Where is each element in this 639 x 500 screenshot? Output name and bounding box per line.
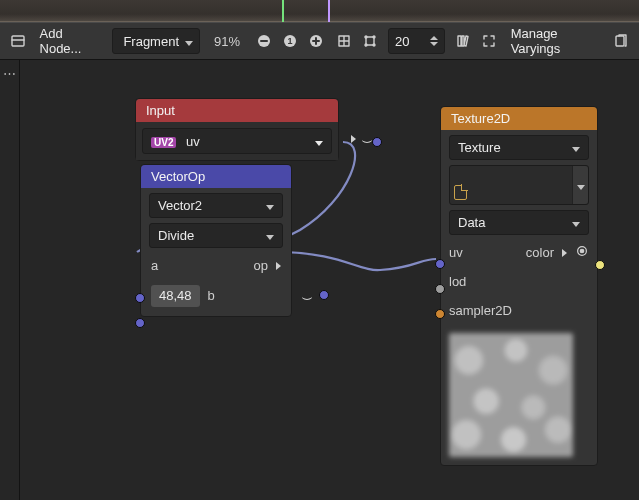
preview-toggle-icon[interactable] — [300, 291, 314, 300]
output-port-uv[interactable] — [372, 137, 382, 147]
grid-toggle-button[interactable] — [334, 31, 354, 51]
chevron-down-icon — [572, 140, 580, 155]
svg-point-11 — [580, 249, 584, 253]
output-port-color[interactable] — [595, 260, 605, 270]
chevron-down-icon — [572, 215, 580, 230]
sampler-type-dropdown[interactable]: Data — [449, 210, 589, 235]
port-b-value-field[interactable]: 48,48 — [151, 285, 200, 307]
node-vector-op[interactable]: VectorOp Vector2 Divide a op 48,48 b — [140, 164, 292, 317]
add-node-button[interactable]: Add Node... — [36, 26, 105, 56]
chevron-down-icon — [266, 228, 274, 243]
node-texture2d[interactable]: Texture2D Texture Data uv color — [440, 106, 598, 466]
snap-toggle-button[interactable] — [360, 31, 380, 51]
vector-op-dropdown[interactable]: Divide — [149, 223, 283, 248]
chevron-down-icon — [266, 198, 274, 213]
texture-slot-dropdown[interactable]: Texture — [449, 135, 589, 160]
preview-eye-icon[interactable] — [575, 244, 589, 261]
uv-type-badge: UV2 — [151, 137, 176, 148]
texture-resource-picker[interactable] — [449, 165, 589, 205]
zoom-out-button[interactable] — [254, 31, 274, 51]
dock-ellipsis-icon[interactable]: ⋯ — [3, 66, 16, 81]
port-lod-label: lod — [449, 274, 466, 289]
input-param-name: uv — [186, 134, 200, 149]
sampler-type-label: Data — [458, 215, 485, 230]
node-title: Texture2D — [441, 107, 597, 130]
input-param-dropdown[interactable]: UV2 uv — [142, 128, 332, 154]
svg-text:1: 1 — [288, 36, 293, 46]
grid-size-field[interactable]: 20 — [388, 28, 445, 54]
node-graph-canvas[interactable]: Input UV2 uv VectorOp Vector2 Divid — [20, 60, 639, 500]
view-button-group — [453, 31, 499, 51]
stepper-icon — [430, 36, 438, 46]
vector-type-value: Vector2 — [158, 198, 202, 213]
vector-op-value: Divide — [158, 228, 194, 243]
port-uv-label: uv — [449, 245, 463, 260]
chevron-down-icon — [577, 178, 585, 193]
zoom-reset-button[interactable]: 1 — [280, 31, 300, 51]
copy-shader-icon[interactable] — [612, 30, 632, 52]
expand-resource-button[interactable] — [572, 166, 588, 204]
vector-type-dropdown[interactable]: Vector2 — [149, 193, 283, 218]
port-sampler-label: sampler2D — [449, 303, 512, 318]
port-b-label: b — [208, 288, 215, 303]
svg-rect-9 — [616, 36, 624, 46]
input-port-uv[interactable] — [435, 259, 445, 269]
library-icon[interactable] — [453, 31, 473, 51]
zoom-button-group: 1 — [254, 31, 326, 51]
expand-icon[interactable] — [351, 131, 356, 146]
zoom-in-button[interactable] — [306, 31, 326, 51]
frame-all-icon[interactable] — [479, 31, 499, 51]
grid-size-value: 20 — [395, 34, 409, 49]
chevron-right-icon — [276, 258, 281, 273]
panel-layout-icon[interactable] — [8, 30, 28, 52]
texture-slot-label: Texture — [458, 140, 501, 155]
svg-rect-0 — [12, 36, 24, 46]
zoom-level-label: 91% — [208, 34, 246, 49]
grid-button-group — [334, 31, 380, 51]
shader-stage-dropdown[interactable]: Fragment — [112, 28, 200, 54]
node-input[interactable]: Input UV2 uv — [135, 98, 339, 161]
input-port-a[interactable] — [135, 293, 145, 303]
shader-stage-value: Fragment — [123, 34, 179, 49]
manage-varyings-button[interactable]: Manage Varyings — [507, 26, 604, 56]
uv-color-row: uv color — [449, 240, 589, 264]
port-a-label: a — [151, 258, 158, 273]
node-title: Input — [136, 99, 338, 122]
port-op-label: op — [254, 258, 268, 273]
input-port-sampler2d[interactable] — [435, 309, 445, 319]
port-color-label: color — [526, 245, 554, 260]
resource-file-icon — [454, 185, 467, 200]
chevron-down-icon — [315, 134, 323, 149]
input-port-lod[interactable] — [435, 284, 445, 294]
chevron-right-icon — [562, 245, 567, 260]
output-port-op[interactable] — [319, 290, 329, 300]
shader-editor-toolbar: Add Node... Fragment 91% 1 20 — [0, 22, 639, 60]
left-dock-rail: ⋯ — [0, 60, 20, 500]
texture-preview — [449, 333, 573, 457]
input-port-b[interactable] — [135, 318, 145, 328]
3d-viewport-sliver — [0, 0, 639, 22]
node-title: VectorOp — [141, 165, 291, 188]
chevron-down-icon — [185, 34, 193, 49]
